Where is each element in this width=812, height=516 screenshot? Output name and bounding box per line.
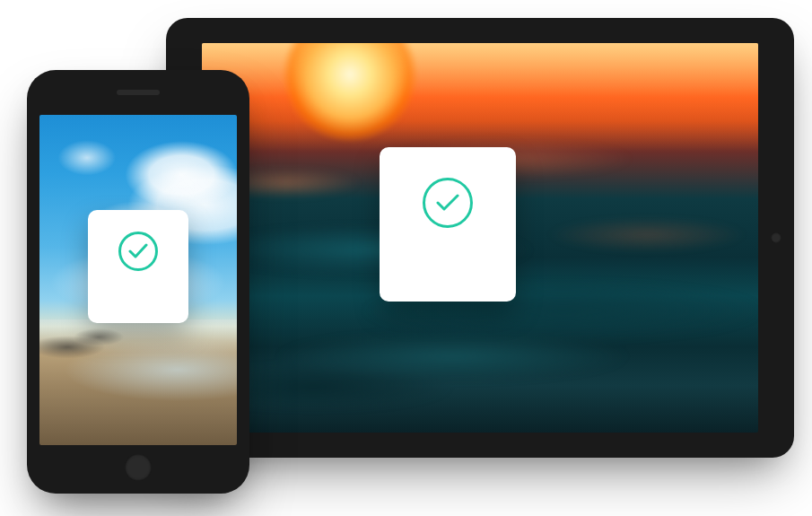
checkmark-circle-icon	[118, 232, 158, 271]
phone-device	[27, 70, 249, 494]
checkmark-icon	[435, 193, 460, 213]
beach-sand	[39, 319, 237, 445]
phone-home-button[interactable]	[125, 454, 152, 481]
checkmark-icon	[128, 243, 148, 259]
phone-speaker	[117, 90, 160, 95]
tablet-home-button[interactable]	[771, 232, 781, 243]
phone-screen	[39, 115, 237, 445]
checkmark-circle-icon	[423, 178, 473, 228]
tablet-device	[166, 18, 794, 458]
tablet-screen	[202, 43, 758, 433]
success-card	[380, 147, 516, 302]
success-card	[88, 210, 188, 323]
